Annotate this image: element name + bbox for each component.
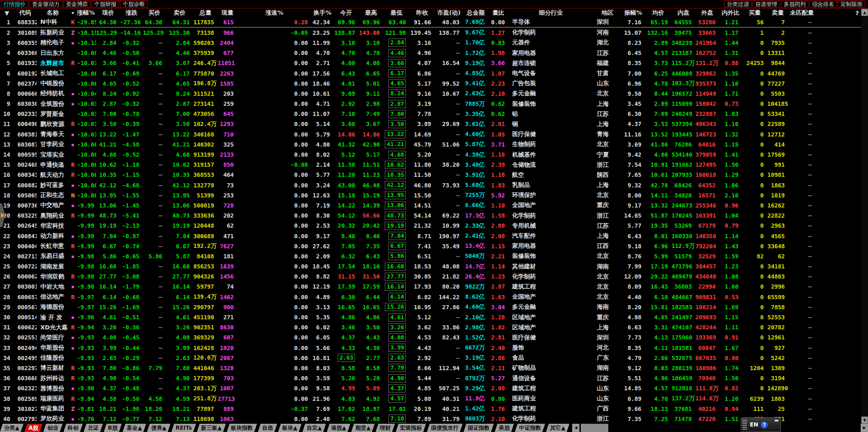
stock-row-000567[interactable]: 29000567海德股份-9.9715.26-1.69—15.262907979… — [0, 302, 861, 312]
tab-custom[interactable]: 自定▲ — [302, 424, 326, 432]
stock-row-600192[interactable]: 6600192长城电工-10.066.17-0.69—6.17775870226… — [0, 68, 861, 78]
col-header-region[interactable]: 地区 — [593, 9, 622, 17]
ime-language-bar[interactable]: EN ? ▬ — [741, 417, 781, 432]
col-header-code[interactable]: 代码 — [14, 9, 37, 17]
stock-row-002713[interactable]: 24002713东易日盛▪-9.985.86-0.655.865.8784108… — [0, 251, 861, 261]
tab-treasury-pre[interactable]: 国债预发行 — [427, 424, 463, 432]
menu-class-filter[interactable]: 分类过滤 — [724, 0, 752, 8]
col-header-amount[interactable]: 总金额 — [463, 9, 488, 17]
tab-chinext[interactable]: 创业 — [44, 424, 63, 432]
tab-b-share[interactable]: B股 — [104, 424, 122, 432]
stock-row-605069[interactable]: 18605069正和生态N-10.0013.95-1.55—13.9551399… — [0, 190, 861, 200]
col-header-marker[interactable]: • — [69, 9, 77, 17]
stock-row-600882[interactable]: 17600882妙可蓝多▪-10.0042.12-4.68—42.1213277… — [0, 180, 861, 190]
stock-row-600343[interactable]: 16600343航天动力R-10.0010.35-1.15—10.3536855… — [0, 170, 861, 180]
stock-row-002494[interactable]: 33002494华斯股份▪-9.933.99-0.44—3.9916242810… — [0, 343, 861, 353]
col-header-ask-vol[interactable]: 卖量 — [767, 9, 788, 17]
stock-row-002589[interactable]: 38002589瑞康医药R-9.844.58-0.504.584.59251.8… — [0, 394, 861, 404]
vertical-scrollbar[interactable]: ▲ ▼ — [861, 9, 868, 424]
stock-row-603366[interactable]: 4603366日出东方-10.084.46-0.50—4.46375939677… — [0, 48, 861, 58]
stock-row-688332[interactable]: 1688332N中科K-29.8564.30-27.3664.3064.3111… — [0, 17, 861, 27]
tab-star[interactable]: 科创 — [64, 424, 83, 432]
col-header-bid[interactable]: 买价 — [143, 9, 166, 17]
col-header-speed[interactable]: 涨速% — [237, 9, 311, 17]
stock-row-000595[interactable]: 14000595宝塔实业-10.004.68-0.52—4.6891319921… — [0, 149, 861, 159]
tab-cni-index[interactable]: 国证指数 — [464, 424, 494, 432]
tab-hk[interactable]: 港股▲ — [327, 424, 350, 432]
tab-macro[interactable]: 宏观指标 — [396, 424, 426, 432]
stock-row-603229[interactable]: 20603229奥翔药业R-9.9948.73-5.41—48.73333636… — [0, 211, 861, 221]
tab-neeq[interactable]: 新三板▲ — [197, 424, 226, 432]
col-header-change[interactable]: 涨跌 — [120, 9, 143, 17]
ime-drag-handle[interactable] — [742, 420, 747, 430]
stock-row-301027[interactable]: 39301027华蓝集团Z-9.8118.21-1.9818.2018.2177… — [0, 404, 861, 414]
ime-language-label[interactable]: EN — [750, 421, 758, 428]
stock-row-000722[interactable]: 25000722湖南发展-9.9816.68-1.85—16.688562531… — [0, 262, 861, 272]
menu-fund-game[interactable]: 资金博弈 — [63, 0, 91, 8]
tab-sector-index[interactable]: 板块指数 — [227, 424, 257, 432]
tab-category[interactable]: 分类▲ — [0, 424, 23, 432]
col-header-industry[interactable]: 细分行业 — [508, 9, 593, 17]
menu-composite-rank[interactable]: 综合排名 — [809, 0, 837, 8]
col-header-inner-vol[interactable]: 内盘 — [671, 9, 695, 17]
col-header-io-ratio[interactable]: 内外比 — [719, 9, 742, 17]
menu-custom-layout[interactable]: 定制版面 — [838, 0, 865, 8]
tab-bse[interactable]: 北证 — [84, 424, 103, 432]
menu-quote-report[interactable]: 行情报价 — [1, 0, 28, 8]
stock-row-601933[interactable]: 5601933永辉超市R-10.073.66-0.413.663.67246.4… — [0, 58, 861, 68]
tab-wealth[interactable]: 理财 — [376, 424, 395, 432]
col-header-pct-change[interactable]: 涨幅%↑ — [77, 9, 96, 17]
col-header-open[interactable]: 今开 — [333, 9, 359, 17]
stock-row-002495[interactable]: 34002495佳隆股份-9.932.63-0.29—2.63120.0万206… — [0, 353, 861, 363]
stock-row-002468[interactable]: 15002468申通快递R-10.0010.62-1.18—10.6231915… — [0, 160, 861, 170]
menu-stock-research[interactable]: 个股研报 — [92, 0, 119, 8]
stock-row-600841[interactable]: 22600841动力新科▪-9.997.84-0.87—7.8430068847… — [0, 231, 861, 241]
stock-row-603030[interactable]: 9603030全筑股份▪-10.032.87-0.32—2.8727314125… — [0, 99, 861, 109]
stock-row-003001[interactable]: 27003001中岩大地▪-9.9816.14-1.79—16.14597977… — [0, 282, 861, 292]
menu-multi-stock[interactable]: 多股同列 — [781, 0, 808, 8]
stock-row-600622[interactable]: 31600622XD光大嘉R-9.943.26-0.36—3.269023518… — [0, 323, 861, 333]
col-header-price[interactable]: 现价 — [96, 9, 120, 17]
col-header-pe[interactable]: 市盈(动) — [435, 9, 463, 17]
stock-row-002323[interactable]: 37002323雅博股份▪-9.904.37-0.48—4.37203.1万10… — [0, 383, 861, 394]
tab-fund[interactable]: 基金▲ — [123, 424, 146, 432]
tab-a-share[interactable]: A股 — [24, 424, 42, 432]
col-header-bid-vol[interactable]: 买量 — [742, 9, 767, 17]
tab-other[interactable]: 其它▲ — [546, 424, 569, 432]
col-header-high[interactable]: 最高 — [359, 9, 383, 17]
col-header-cur-volume[interactable]: 现量 — [218, 9, 237, 17]
tab-bond[interactable]: 债券▲ — [147, 424, 170, 432]
tab-csi-index[interactable]: 中证指数 — [515, 424, 545, 432]
tab-sector[interactable]: 板块▲ — [278, 424, 301, 432]
tab-scroll-right-button[interactable]: ▶ — [861, 424, 868, 432]
stock-row-600355[interactable]: 3600355精伦电子▪-10.132.84-0.32—2.8459020324… — [0, 38, 861, 48]
col-header-amplitude[interactable]: 振幅% — [622, 9, 645, 17]
tab-us[interactable]: 美股 — [495, 424, 514, 432]
col-header-ask[interactable]: 卖价 — [166, 9, 193, 17]
scroll-down-button[interactable]: ▼ — [861, 416, 868, 424]
stock-row-002793[interactable]: 40002793罗欣药业▪-9.767.12-0.777.127.1311869… — [0, 414, 861, 424]
col-header-row-index[interactable]: ▼ — [0, 9, 14, 17]
stock-row-600490[interactable]: 11600490鹏欣资源R-10.033.50-0.39—3.50102.4万1… — [0, 119, 861, 129]
help-icon[interactable]: ? — [855, 10, 859, 16]
col-header-low[interactable]: 最低 — [383, 9, 409, 17]
stock-row-301089[interactable]: 2301089拓新药业Z-10.15125.29-14.16125.29125.… — [0, 27, 861, 38]
stock-row-600657[interactable]: 28600657信达地产R-9.976.14-0.68—6.14139.4万14… — [0, 292, 861, 302]
tab-watchlist[interactable]: 自选 — [258, 424, 277, 432]
tab-scroll-left-button[interactable]: ◀ — [572, 424, 579, 432]
col-header-outer-vol[interactable]: 外盘 — [695, 9, 719, 17]
col-header-name[interactable]: 名称 — [37, 9, 69, 17]
col-header-unmatched[interactable]: 未匹配量 — [788, 9, 815, 17]
menu-stock-diagnosis[interactable]: 个股诊断 — [120, 0, 147, 8]
stock-row-600062[interactable]: 26600062华润双鹤R-9.9827.77-3.08—27.77904326… — [0, 272, 861, 282]
scroll-up-button[interactable]: ▲ — [861, 9, 868, 16]
col-header-avg-price[interactable]: 均价 — [645, 9, 671, 17]
col-header-prev-close[interactable]: 昨收 — [409, 9, 435, 17]
stock-row-600381[interactable]: 12600381青海春天▪-10.0113.22-1.47—13.2234016… — [0, 129, 861, 139]
col-header-volume[interactable]: 总量 — [193, 9, 218, 17]
tab-scrollbar-thumb[interactable] — [581, 424, 608, 432]
stock-row-000514[interactable]: 30000514渝 开 发▪-9.964.61-0.51—4.614511902… — [0, 312, 861, 322]
stock-row-002333[interactable]: 10002333罗普斯金-10.037.00-0.78—7.0047305664… — [0, 109, 861, 119]
ime-help-icon[interactable]: ? — [761, 421, 768, 428]
tab-futures[interactable]: 期货▲ — [351, 424, 375, 432]
